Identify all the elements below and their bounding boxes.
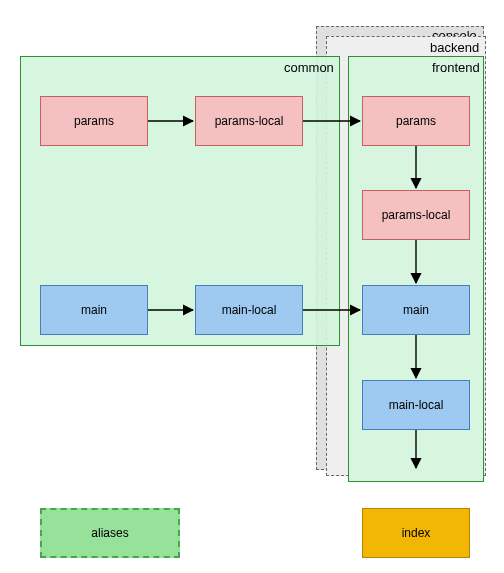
node-label: params bbox=[396, 114, 436, 128]
node-frontend-params: params bbox=[362, 96, 470, 146]
node-label: main bbox=[81, 303, 107, 317]
diagram-canvas: console backend common frontend params p… bbox=[0, 0, 504, 573]
node-common-main-local: main-local bbox=[195, 285, 303, 335]
node-label: aliases bbox=[91, 526, 128, 540]
node-frontend-params-local: params-local bbox=[362, 190, 470, 240]
node-aliases: aliases bbox=[40, 508, 180, 558]
node-label: main-local bbox=[222, 303, 277, 317]
stack-backend-label: backend bbox=[430, 40, 479, 55]
node-common-params-local: params-local bbox=[195, 96, 303, 146]
node-label: params bbox=[74, 114, 114, 128]
node-index: index bbox=[362, 508, 470, 558]
node-label: main-local bbox=[389, 398, 444, 412]
container-frontend-label: frontend bbox=[432, 60, 480, 75]
container-common-label: common bbox=[284, 60, 334, 75]
node-label: params-local bbox=[382, 208, 451, 222]
node-frontend-main-local: main-local bbox=[362, 380, 470, 430]
node-common-main: main bbox=[40, 285, 148, 335]
node-label: params-local bbox=[215, 114, 284, 128]
node-label: index bbox=[402, 526, 431, 540]
node-label: main bbox=[403, 303, 429, 317]
node-frontend-main: main bbox=[362, 285, 470, 335]
node-common-params: params bbox=[40, 96, 148, 146]
